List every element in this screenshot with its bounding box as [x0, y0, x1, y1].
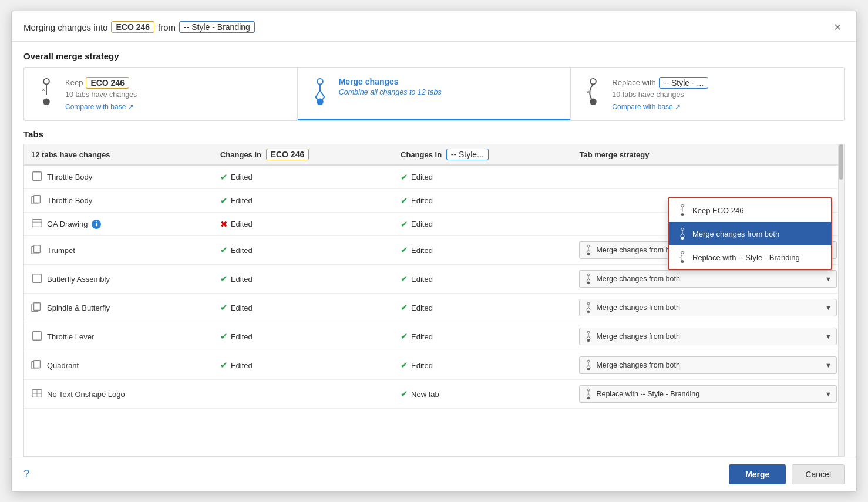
svg-point-53: [681, 261, 684, 263]
strategy-dropdown-8[interactable]: Replace with -- Style - Branding ▼: [579, 385, 837, 403]
svg-text:×: ×: [587, 88, 590, 95]
svg-point-26: [587, 302, 590, 305]
style-change-1: Edited: [411, 196, 433, 205]
dialog-title: Merging changes into ECO 246 from -- Sty…: [23, 21, 255, 33]
keep-compare-link[interactable]: Compare with base ↗: [65, 103, 134, 111]
merge-button[interactable]: Merge: [729, 464, 786, 484]
close-button[interactable]: ×: [830, 19, 845, 35]
tab-name-cell-2: GA Drawing i: [24, 213, 213, 236]
svg-text:×: ×: [681, 208, 682, 211]
dialog-body: Overall merge strategy × Keep: [12, 42, 856, 457]
dialog-header: Merging changes into ECO 246 from -- Sty…: [12, 11, 856, 42]
replace-compare-link[interactable]: Compare with base ↗: [612, 103, 681, 111]
title-prefix: Merging changes into: [23, 22, 107, 32]
eco-change-cell-4: ✔Edited: [213, 265, 393, 294]
eco-change-cell-0: ✔Edited: [213, 165, 393, 189]
table-row: Throttle Lever ✔Edited ✔Edited Merge cha…: [24, 322, 844, 351]
eco-change-cell-8: [213, 380, 393, 409]
svg-rect-12: [34, 196, 41, 203]
eco-status-icon-2: ✖: [220, 219, 228, 230]
tab-name-5: Spindle & Butterfly: [47, 304, 110, 312]
strategy-cell-8[interactable]: Replace with -- Style - Branding ▼: [572, 380, 844, 409]
tab-name-cell-8: No Text Onshape Logo: [24, 380, 213, 409]
strategy-dropdown-4[interactable]: Merge changes from both ▼: [579, 270, 837, 288]
strategy-dropdown-6[interactable]: Merge changes from both ▼: [579, 328, 837, 345]
merge-strategy-content: Merge changes Combine all changes to 12 …: [339, 77, 559, 100]
svg-point-37: [587, 368, 590, 370]
svg-point-6: [317, 99, 323, 105]
style-change-8: New tab: [411, 390, 439, 399]
tab-name-cell-1: Throttle Body: [24, 189, 213, 213]
table-row: Spindle & Butterfly ✔Edited ✔Edited Merg…: [24, 294, 844, 322]
svg-point-4: [317, 78, 323, 84]
svg-point-32: [587, 339, 590, 342]
tab-name-cell-5: Spindle & Butterfly: [24, 294, 213, 322]
strategy-label-4: Merge changes from both: [596, 275, 679, 283]
eco-change-cell-3: ✔Edited: [213, 236, 393, 265]
svg-rect-13: [32, 220, 42, 227]
svg-point-23: [587, 282, 590, 284]
style-change-6: Edited: [411, 332, 433, 341]
strategy-card-keep[interactable]: × Keep ECO 246 10 tabs have changes Comp…: [24, 68, 298, 121]
strategy-label-7: Merge changes from both: [596, 361, 679, 369]
eco-change-4: Edited: [231, 275, 253, 284]
tab-icon-0: [31, 171, 43, 183]
eco-badge: ECO 246: [111, 21, 154, 33]
merge-desc: Combine all changes to 12 tabs: [339, 87, 559, 98]
style-change-cell-8: ✔New tab: [393, 380, 572, 409]
tab-name-6: Throttle Lever: [47, 332, 94, 341]
cancel-button[interactable]: Cancel: [792, 464, 845, 484]
tab-icon-2: [31, 218, 43, 230]
svg-rect-16: [34, 245, 41, 252]
svg-point-46: [681, 214, 684, 216]
tab-name-cell-3: Trumpet: [24, 236, 213, 265]
strategy-label-8: Replace with -- Style - Branding: [596, 390, 699, 398]
col-merge-strategy: Tab merge strategy: [572, 144, 844, 165]
col-style-badge: -- Style...: [446, 149, 489, 160]
tab-name-8: No Text Onshape Logo: [47, 390, 125, 399]
svg-point-0: [43, 78, 49, 84]
svg-rect-25: [34, 302, 41, 310]
eco-status-icon-5: ✔: [220, 302, 228, 313]
style-change-cell-1: ✔Edited: [393, 189, 572, 213]
strategy-cell-7[interactable]: Merge changes from both ▼: [572, 351, 844, 380]
tab-icon-1: [31, 194, 43, 207]
svg-rect-20: [33, 274, 42, 282]
eco-status-icon-1: ✔: [220, 196, 228, 206]
tabs-table: 12 tabs have changes Changes in ECO 246 …: [23, 144, 845, 457]
strategy-dropdown-popup[interactable]: × Keep ECO 246 Merge changes from both ×…: [668, 197, 832, 270]
strategy-card-merge[interactable]: Merge changes Combine all changes to 12 …: [298, 68, 571, 121]
strategy-card-replace[interactable]: × Replace with -- Style - ... 10 tabs ha…: [571, 68, 844, 121]
eco-change-1: Edited: [231, 196, 253, 205]
strategy-cell-5[interactable]: Merge changes from both ▼: [572, 294, 844, 322]
svg-point-41: [587, 389, 590, 391]
style-change-cell-2: ✔Edited: [393, 213, 572, 236]
merge-dialog: Merging changes into ECO 246 from -- Sty…: [11, 11, 857, 492]
svg-point-43: [587, 397, 590, 399]
help-icon[interactable]: ?: [23, 468, 29, 480]
popup-option-replace[interactable]: × Replace with -- Style - Branding: [669, 245, 831, 269]
dropdown-arrow-4: ▼: [825, 275, 832, 282]
replace-strategy-content: Replace with -- Style - ... 10 tabs have…: [612, 77, 832, 112]
replace-label: Replace with -- Style - ...: [612, 77, 832, 89]
strategy-dropdown-5[interactable]: Merge changes from both ▼: [579, 299, 837, 316]
scrollbar-thumb[interactable]: [839, 144, 843, 180]
merge-label: Merge changes: [339, 77, 559, 86]
popup-option-merge[interactable]: Merge changes from both: [669, 222, 831, 245]
svg-rect-34: [34, 360, 41, 368]
dropdown-arrow-8: ▼: [825, 390, 832, 397]
merge-strategy-section: Overall merge strategy × Keep: [12, 42, 856, 122]
strategy-dropdown-7[interactable]: Merge changes from both ▼: [579, 356, 837, 374]
replace-style-badge: -- Style - ...: [659, 77, 708, 89]
svg-point-35: [587, 360, 590, 362]
scrollbar-track[interactable]: [838, 144, 844, 456]
style-change-5: Edited: [411, 304, 433, 312]
strategy-cards: × Keep ECO 246 10 tabs have changes Comp…: [23, 67, 845, 122]
popup-option-keep[interactable]: × Keep ECO 246: [669, 198, 831, 222]
strategy-cell-6[interactable]: Merge changes from both ▼: [572, 322, 844, 351]
style-change-7: Edited: [411, 361, 433, 370]
style-status-icon-1: ✔: [401, 196, 408, 206]
strategy-label-5: Merge changes from both: [596, 304, 679, 312]
svg-point-28: [587, 311, 590, 313]
svg-point-48: [681, 228, 684, 230]
